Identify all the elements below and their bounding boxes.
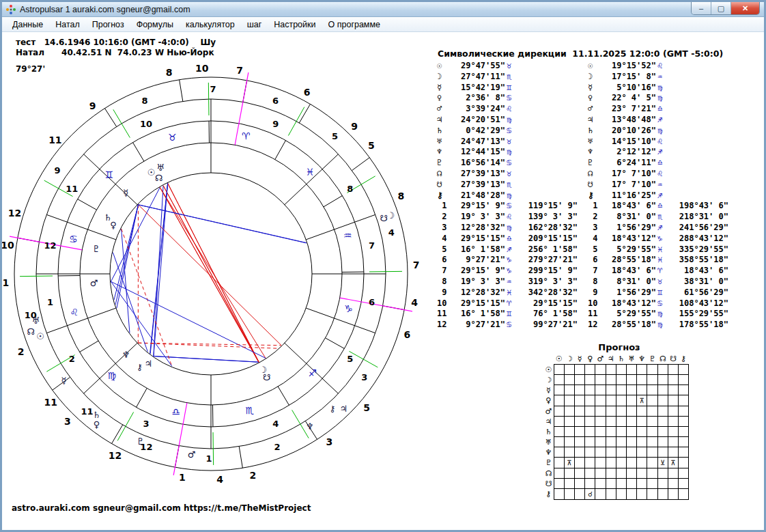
planet-position: 24°20'51" bbox=[451, 115, 505, 126]
menu-item-настройки[interactable]: Настройки bbox=[268, 18, 322, 31]
zodiac-sign-glyph: ♌ bbox=[70, 307, 79, 318]
aspect-cell bbox=[616, 479, 626, 489]
sign-glyph: ♊ bbox=[505, 309, 517, 320]
planet-glyph: ☋ bbox=[437, 180, 451, 191]
zodiac-sign-glyph: ♋ bbox=[69, 234, 78, 244]
aspect-cell bbox=[616, 468, 626, 479]
menu-item-данные[interactable]: Данные bbox=[6, 18, 49, 31]
house-cusp-position: 5°29'55" bbox=[601, 244, 656, 255]
sign-glyph: ♒ bbox=[656, 180, 668, 191]
menu-item-калькулятор[interactable]: калькулятор bbox=[180, 18, 241, 31]
house-number: 4 bbox=[437, 234, 451, 244]
aspect-cell bbox=[606, 447, 616, 458]
matrix-row-header: ♆ bbox=[543, 447, 554, 458]
sign-glyph: ♎ bbox=[656, 104, 668, 115]
aspect-cell bbox=[595, 479, 606, 489]
natal-house-number: 3 bbox=[143, 419, 150, 429]
aspect-cell bbox=[616, 489, 626, 500]
house-number: 4 bbox=[588, 234, 601, 244]
house-cusp-absolute: 319° 3' 3" bbox=[517, 277, 578, 288]
house-cusp-absolute: 38°31' 0" bbox=[668, 277, 728, 288]
direction-planet-row: ♂23° 7'21"♎ bbox=[588, 104, 728, 115]
menu-item-шаг[interactable]: шаг bbox=[241, 18, 268, 31]
aspect-cell bbox=[585, 437, 595, 447]
aspect-cell bbox=[554, 365, 564, 375]
maximize-button[interactable]: ▢ bbox=[711, 2, 731, 14]
sign-glyph: ♓ bbox=[656, 255, 668, 266]
zodiac-sign-glyph: ♑ bbox=[344, 303, 353, 314]
aspect-cell bbox=[554, 395, 564, 406]
sign-glyph: ♑ bbox=[505, 255, 517, 266]
aspect-cell bbox=[647, 447, 657, 458]
aspect-cell bbox=[606, 385, 616, 395]
planet-position: 2°12'12" bbox=[601, 147, 656, 158]
aspect-cell bbox=[554, 468, 564, 479]
aspect-cell bbox=[657, 375, 668, 385]
direction-house-row: 718°43' 6"♈ 18°43' 6" bbox=[588, 266, 728, 277]
house-number: 3 bbox=[437, 223, 451, 234]
house-cusp-absolute: 18°43' 6" bbox=[668, 266, 728, 277]
natal-cusp-number: 6 bbox=[404, 329, 411, 340]
house-cusp-position: 12°28'32" bbox=[451, 223, 505, 234]
direction-house-row: 5 5°29'55"♓335°29'55" bbox=[588, 244, 728, 255]
aspect-cell bbox=[575, 468, 585, 479]
sign-glyph: ♌ bbox=[656, 61, 668, 72]
planet-glyph: ♀ bbox=[588, 93, 601, 104]
direction-planet-☊: ☊ bbox=[27, 326, 36, 337]
aspect-cell bbox=[647, 427, 657, 437]
house-cusp-position: 28°55'18" bbox=[601, 255, 656, 266]
natal-house-number: 2 bbox=[69, 354, 75, 364]
planet-position: 17° 7'10" bbox=[601, 169, 656, 180]
menu-item-формулы[interactable]: Формулы bbox=[130, 18, 180, 31]
direction-house-row: 118°43' 6"♎198°43' 6" bbox=[588, 201, 728, 212]
house-cusp-absolute: 178°55'18" bbox=[668, 320, 728, 331]
aspect-cell bbox=[657, 365, 668, 375]
aspect-cell bbox=[606, 489, 616, 500]
planet-position: 0°42'29" bbox=[451, 126, 505, 137]
close-button[interactable]: ✕ bbox=[731, 2, 759, 14]
window-controls: – ▢ ✕ bbox=[691, 2, 760, 15]
zodiac-sign-glyph: ♊ bbox=[105, 169, 114, 180]
house-cusp-position: 16° 1'58" bbox=[451, 244, 505, 255]
aspect-cell bbox=[627, 489, 637, 500]
direction-cusp-number: 9 bbox=[89, 100, 96, 111]
aspect-cell bbox=[647, 406, 657, 417]
aspect-cell-quincunx: ⊼ bbox=[637, 395, 647, 406]
menu-item-натал[interactable]: Натал bbox=[49, 18, 86, 31]
natal-house-number: 1 bbox=[47, 297, 53, 307]
direction-cusp-number: 1 bbox=[179, 472, 186, 483]
aspect-cell bbox=[647, 385, 657, 395]
sign-glyph: ♋ bbox=[505, 320, 517, 331]
menu-item-о программе[interactable]: О программе bbox=[322, 18, 386, 31]
natal-chart-wheel: 1111222233334444555566667777888899991010… bbox=[2, 32, 427, 510]
house-number: 1 bbox=[437, 201, 451, 212]
aspect-cell bbox=[627, 479, 637, 489]
aspect-cell bbox=[678, 417, 688, 427]
menu-item-прогноз[interactable]: Прогноз bbox=[86, 18, 130, 31]
direction-cusp-number: 5 bbox=[368, 140, 375, 151]
direction-cusp-number: 12 bbox=[109, 450, 122, 461]
planet-position: 27°39'13" bbox=[451, 180, 505, 191]
sign-glyph: ♌ bbox=[656, 137, 668, 148]
minimize-button[interactable]: – bbox=[692, 2, 711, 14]
aspect-cell bbox=[595, 375, 606, 385]
house-cusp-position: 18°43'12" bbox=[601, 234, 656, 244]
aspect-cell bbox=[657, 437, 668, 447]
aspect-cell bbox=[564, 375, 574, 385]
planet-position: 17°15' 8" bbox=[601, 72, 656, 83]
house-cusp-absolute: 299°15' 9" bbox=[517, 266, 578, 277]
aspect-cell bbox=[627, 427, 637, 437]
sign-glyph: ♓ bbox=[656, 244, 668, 255]
natal-planet-☉: ☉ bbox=[147, 167, 156, 178]
aspect-cell bbox=[585, 479, 595, 489]
direction-planet-row: ♆ 2°12'12"♐ bbox=[588, 147, 728, 158]
natal-house-number: 5 bbox=[347, 354, 353, 364]
aspect-cell bbox=[564, 468, 574, 479]
house-cusp-absolute: 162°28'32" bbox=[517, 223, 578, 234]
planet-position: 19°15'52" bbox=[601, 61, 656, 72]
aspect-cell bbox=[637, 365, 647, 375]
house-number: 12 bbox=[588, 320, 601, 331]
matrix-row-header: ☊ bbox=[543, 468, 554, 479]
aspect-cell bbox=[585, 406, 595, 417]
natal-planet-row: ♄ 0°42'29"♋ bbox=[437, 126, 578, 137]
